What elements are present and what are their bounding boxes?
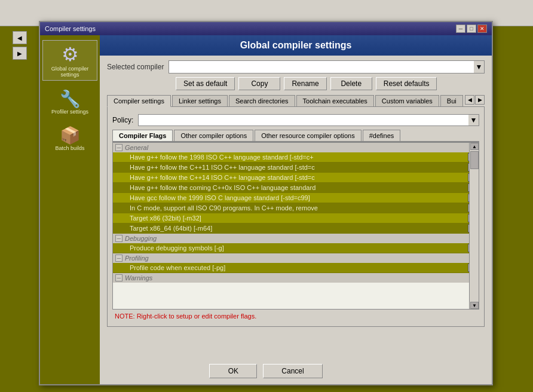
section-debugging: ─ Debugging	[113, 234, 479, 243]
section-profiling: ─ Profiling	[113, 253, 479, 263]
compiler-select[interactable]: GNU GCC Compiler	[169, 60, 474, 74]
flag-label: Target x86 (32bit) [-m32]	[115, 215, 465, 222]
policy-row: Policy: ▼	[112, 114, 479, 126]
tab-search-directories[interactable]: Search directories	[229, 95, 295, 106]
policy-dropdown-arrow[interactable]: ▼	[468, 114, 479, 126]
flag-label: Have g++ follow the coming C++0x ISO C++…	[115, 184, 465, 191]
profiler-icon: 🔧	[60, 89, 81, 109]
set-as-default-button[interactable]: Set as default	[176, 77, 235, 90]
compiler-select-wrapper: GNU GCC Compiler ▼	[169, 60, 485, 74]
dialog-main-content: Global compiler settings Selected compil…	[100, 35, 492, 358]
app-sidebar: ◀ ▶	[0, 26, 39, 392]
nav-forward-btn[interactable]: ▶	[13, 47, 27, 60]
scrollbar-thumb[interactable]	[470, 151, 479, 169]
note-text: NOTE: Right-click to setup or edit compi…	[112, 310, 259, 322]
action-buttons-row: Set as default Copy Rename Delete Reset …	[176, 77, 485, 90]
flags-area: ─ General Have g++ follow the 1998 ISO C…	[112, 142, 479, 310]
section-warnings-label: Warnings	[125, 274, 152, 281]
flag-row: Have g++ follow the C++11 ISO C++ langua…	[113, 163, 479, 173]
dialog-left-panel: ⚙ Global compiler settings 🔧 Profiler se…	[40, 35, 100, 384]
tab-build[interactable]: Bui	[440, 95, 463, 106]
reset-defaults-button[interactable]: Reset defaults	[376, 77, 437, 90]
flag-row: Produce debugging symbols [-g]	[113, 243, 479, 253]
flag-row: Target x86_64 (64bit) [-m64]	[113, 223, 479, 234]
flag-row: Have g++ follow the coming C++0x ISO C++…	[113, 183, 479, 193]
rename-button[interactable]: Rename	[284, 77, 326, 90]
note-area: NOTE: Right-click to setup or edit compi…	[112, 310, 479, 323]
sidebar-item-global-compiler[interactable]: ⚙ Global compiler settings	[42, 40, 97, 81]
inner-tabs: Compiler Flags Other compiler options Ot…	[112, 130, 479, 142]
tab-custom-variables[interactable]: Custom variables	[375, 95, 439, 106]
policy-select-wrapper: ▼	[138, 114, 479, 126]
flag-row: Target x86 (32bit) [-m32]	[113, 213, 479, 223]
scroll-down-btn[interactable]: ▼	[470, 302, 479, 309]
nav-back-btn[interactable]: ◀	[13, 31, 27, 44]
flag-label: Profile code when executed [-pg]	[115, 264, 465, 271]
flag-row: Have g++ follow the C++14 ISO C++ langua…	[113, 173, 479, 183]
tab-nav-left[interactable]: ◀	[465, 95, 474, 105]
compiler-settings-dialog: Compiler settings ─ □ ✕ ⚙ Global compile…	[39, 21, 493, 385]
compiler-select-row: Selected compiler GNU GCC Compiler ▼	[107, 60, 485, 74]
copy-button[interactable]: Copy	[238, 77, 280, 90]
tab-nav-buttons: ◀ ▶	[465, 95, 485, 106]
minimize-btn[interactable]: ─	[456, 24, 465, 33]
content-area: Selected compiler GNU GCC Compiler ▼ Set…	[100, 56, 492, 332]
flag-label: Produce debugging symbols [-g]	[115, 244, 465, 252]
selected-compiler-label: Selected compiler	[107, 63, 164, 71]
dialog-titlebar-text: Compiler settings	[45, 25, 96, 32]
section-debugging-toggle[interactable]: ─	[115, 235, 122, 242]
titlebar-buttons: ─ □ ✕	[456, 24, 487, 33]
section-general: ─ General	[113, 143, 479, 152]
flag-label: Have g++ follow the 1998 ISO C++ languag…	[115, 154, 465, 161]
section-debugging-label: Debugging	[125, 235, 157, 242]
compiler-dropdown-arrow[interactable]: ▼	[474, 60, 485, 74]
tab-compiler-settings[interactable]: Compiler settings	[107, 95, 171, 107]
ok-button[interactable]: OK	[209, 364, 257, 378]
section-profiling-toggle[interactable]: ─	[115, 255, 122, 262]
batch-icon: 📦	[60, 125, 81, 145]
sidebar-item-label-batch: Batch builds	[55, 145, 84, 151]
section-warnings: ─ Warnings	[113, 273, 479, 283]
sidebar-item-batch[interactable]: 📦 Batch builds	[42, 123, 97, 154]
flag-label: Have gcc follow the 1999 ISO C language …	[115, 194, 465, 201]
restore-btn[interactable]: □	[467, 24, 476, 33]
flag-row: In C mode, support all ISO C90 programs.…	[113, 203, 479, 213]
gear-icon: ⚙	[62, 43, 79, 66]
policy-label: Policy:	[112, 116, 133, 124]
section-warnings-toggle[interactable]: ─	[115, 274, 122, 281]
sidebar-item-label: Global compiler settings	[45, 66, 94, 78]
inner-tab-other-compiler[interactable]: Other compiler options	[174, 130, 253, 141]
scrollbar[interactable]: ▲ ▼	[469, 143, 479, 309]
sidebar-item-label-profiler: Profiler settings	[51, 109, 88, 115]
dialog-header: Global compiler settings	[100, 35, 492, 56]
inner-tab-defines[interactable]: #defines	[363, 130, 401, 141]
policy-select[interactable]	[138, 114, 468, 126]
cancel-button[interactable]: Cancel	[263, 364, 322, 378]
flags-scroll[interactable]: ─ General Have g++ follow the 1998 ISO C…	[113, 143, 479, 309]
inner-tab-other-resource[interactable]: Other resource compiler options	[255, 130, 362, 141]
tab-nav-right[interactable]: ▶	[475, 95, 485, 105]
inner-tab-compiler-flags[interactable]: Compiler Flags	[112, 130, 173, 141]
delete-button[interactable]: Delete	[330, 77, 372, 90]
dialog-title: Global compiler settings	[240, 40, 352, 50]
scroll-up-btn[interactable]: ▲	[470, 143, 479, 150]
dialog-bottom-buttons: OK Cancel	[40, 358, 492, 384]
dialog-titlebar: Compiler settings ─ □ ✕	[40, 22, 492, 35]
flag-row: Have g++ follow the 1998 ISO C++ languag…	[113, 152, 479, 163]
sidebar-item-profiler[interactable]: 🔧 Profiler settings	[42, 87, 97, 117]
flag-row: Have gcc follow the 1999 ISO C language …	[113, 193, 479, 203]
flag-label: Target x86_64 (64bit) [-m64]	[115, 225, 465, 232]
tab-content: Policy: ▼ Compiler Flags Other compiler …	[107, 107, 485, 327]
close-btn[interactable]: ✕	[477, 24, 487, 33]
tab-linker-settings[interactable]: Linker settings	[172, 95, 228, 106]
tab-toolchain[interactable]: Toolchain executables	[296, 95, 374, 106]
flag-label: Have g++ follow the C++11 ISO C++ langua…	[115, 164, 465, 171]
flag-label: In C mode, support all ISO C90 programs.…	[115, 204, 465, 212]
flag-row: Profile code when executed [-pg]	[113, 263, 479, 273]
section-profiling-label: Profiling	[125, 255, 149, 262]
flag-label: Have g++ follow the C++14 ISO C++ langua…	[115, 174, 465, 181]
section-general-label: General	[125, 144, 148, 151]
outer-tabs: Compiler settings Linker settings Search…	[107, 95, 485, 107]
section-general-toggle[interactable]: ─	[115, 144, 122, 151]
